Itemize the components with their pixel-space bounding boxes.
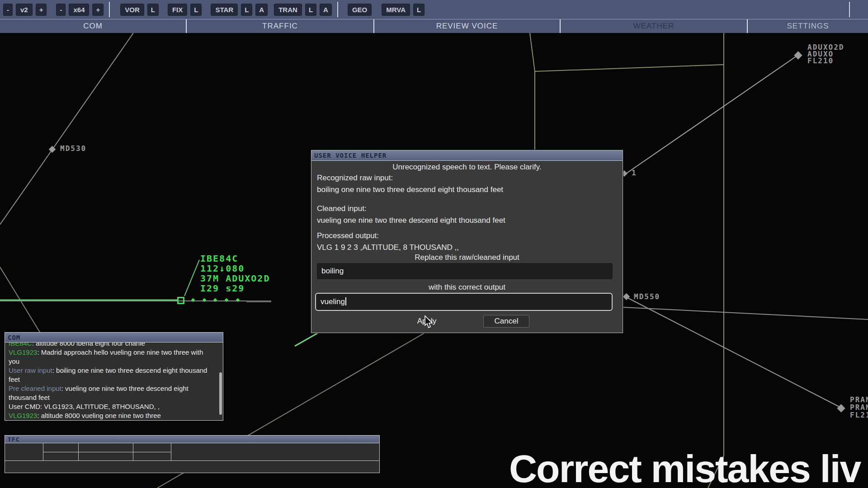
tfc-cell[interactable] (43, 452, 78, 461)
star-toggle[interactable]: STAR (211, 4, 238, 16)
tran-label-toggle[interactable]: L (305, 4, 316, 16)
tab-com[interactable]: COM (0, 19, 187, 33)
com-scrollbar[interactable] (219, 372, 222, 415)
tab-weather[interactable]: WEATHER (561, 19, 748, 33)
airway-line (623, 307, 868, 319)
tfc-footer-row[interactable] (5, 461, 379, 473)
vor-toggle[interactable]: VOR (120, 4, 144, 16)
airway-line (626, 55, 798, 174)
airway-line (0, 33, 133, 225)
tfc-cell[interactable] (5, 443, 43, 460)
message-callsign: IBE84C (9, 343, 32, 347)
aircraft-datablock[interactable]: IBE84C 112↓080 37M ADUXO2D I29 s29 (200, 253, 270, 293)
waypoint-procedure: PRAN (850, 396, 868, 404)
map-toolbar: - v2 + - x64 + VOR L FIX L STAR L A TRAN… (0, 0, 868, 19)
com-scroll-content: IBE84C: altitude 8000 iberia eight four … (9, 343, 216, 420)
aircraft-callsign: IBE84C (200, 253, 270, 263)
aircraft-leader-line (184, 260, 199, 296)
sector-boundary-line (530, 33, 724, 71)
correct-output-text: vueling (321, 297, 345, 306)
fix-label-toggle[interactable]: L (190, 4, 202, 16)
message-text: : Madrid approach hello vueling one nine… (9, 348, 203, 365)
correct-output-field[interactable]: vueling (315, 293, 613, 311)
replace-input-field[interactable] (317, 263, 613, 279)
zoom-scale-button[interactable]: x64 (69, 4, 89, 16)
dialog-prompt: Unrecognized speech to text. Please clar… (311, 163, 623, 172)
tfc-column (133, 443, 171, 460)
waypoint-label-pran: PRAN PRAN FL21 (850, 396, 868, 419)
zoom-decrement-button[interactable]: - (56, 4, 66, 16)
cleaned-input-value: vueling one nine two three descend eight… (317, 216, 505, 225)
airway-line (627, 297, 840, 407)
waypoint-level: FL21 (850, 411, 868, 419)
message-text: : altitude 8000 vueling one nine two thr… (37, 412, 161, 419)
tfc-table (5, 443, 379, 461)
video-caption: Correct mistakes liv (509, 446, 860, 488)
text-caret (345, 297, 346, 305)
aircraft-position-icon[interactable] (177, 297, 184, 304)
cleaned-input-label: Cleaned input: (317, 204, 367, 213)
tran-alt-toggle[interactable]: A (320, 4, 332, 16)
message-label: User CMD (9, 403, 40, 410)
tfc-cell[interactable] (171, 443, 379, 460)
zoom-increment-button[interactable]: + (92, 4, 104, 16)
dialog-body: Unrecognized speech to text. Please clar… (311, 161, 623, 333)
tfc-cell[interactable] (43, 443, 78, 452)
toolbar-separator (109, 2, 110, 17)
waypoint-level: FL210 (807, 57, 844, 64)
message-label: User raw input (9, 366, 52, 374)
waypoint-label-aduxo: ADUXO2D ADUXO FL210 (807, 44, 844, 64)
tfc-column (43, 443, 79, 460)
tfc-panel-title[interactable]: TFC (5, 436, 379, 443)
tfc-panel: TFC (5, 435, 380, 473)
tab-settings[interactable]: SETTINGS (748, 19, 868, 33)
main-tab-bar: COM TRAFFIC REVIEW VOICE WEATHER SETTING… (0, 19, 868, 33)
tab-traffic[interactable]: TRAFFIC (187, 19, 374, 33)
v2-increment-button[interactable]: + (36, 4, 47, 16)
recognized-raw-value: boiling one nine two three descend eight… (317, 185, 503, 194)
message-label: Pre cleaned input (9, 385, 61, 392)
correct-output-label: with this correct output (311, 283, 623, 292)
processed-output-label: Processed output: (317, 231, 379, 240)
com-message: User raw input: boiling one nine two thr… (9, 366, 216, 384)
vor-label-toggle[interactable]: L (147, 4, 159, 16)
replace-input-label: Replace this raw/cleaned input (311, 253, 623, 262)
com-panel: COM IBE84C: altitude 8000 iberia eight f… (5, 332, 223, 421)
tfc-cell[interactable] (79, 452, 133, 461)
com-message-list[interactable]: IBE84C: altitude 8000 iberia eight four … (5, 343, 223, 420)
fix-toggle[interactable]: FIX (168, 4, 187, 16)
toolbar-separator (849, 2, 850, 17)
tab-review-voice[interactable]: REVIEW VOICE (374, 19, 561, 33)
cancel-button[interactable]: Cancel (483, 315, 529, 328)
aircraft-speed: I29 s29 (200, 283, 270, 293)
v2-button[interactable]: v2 (16, 4, 33, 16)
processed-output-value: VLG 1 9 2 3 ,ALTITUDE, 8 THOUSAND ,, (317, 243, 459, 252)
geo-toggle[interactable]: GEO (348, 4, 372, 16)
toolbar-separator (337, 2, 338, 17)
com-panel-title[interactable]: COM (5, 333, 223, 343)
message-callsign: VLG1923 (9, 412, 37, 419)
tfc-column (79, 443, 133, 460)
star-alt-toggle[interactable]: A (255, 4, 268, 16)
com-message: IBE84C: altitude 8000 iberia eight four … (9, 343, 216, 348)
aircraft-altitude: 112↓080 (200, 263, 270, 273)
dialog-titlebar[interactable]: USER VOICE HELPER (311, 150, 623, 161)
com-message: VLG1923: Madrid approach hello vueling o… (9, 348, 216, 366)
com-message: User CMD: VLG1923, ALTITUDE, 8THOUSAND, … (9, 402, 216, 411)
waypoint-label-md530: MD530 (60, 145, 86, 152)
mrva-toggle[interactable]: MRVA (382, 4, 410, 16)
com-message: VLG1923: altitude 8000 vueling one nine … (9, 411, 216, 420)
mrva-label-toggle[interactable]: L (413, 4, 425, 16)
tran-toggle[interactable]: TRAN (274, 4, 302, 16)
user-voice-helper-dialog: USER VOICE HELPER Unrecognized speech to… (311, 150, 623, 333)
v2-decrement-button[interactable]: - (3, 4, 13, 16)
tfc-cell[interactable] (133, 443, 171, 452)
message-callsign: VLG1923 (9, 348, 37, 356)
star-label-toggle[interactable]: L (241, 4, 252, 16)
aircraft-next-waypoint: 37M ADUXO2D (200, 273, 270, 283)
tfc-cell[interactable] (79, 443, 133, 452)
com-message: Pre cleaned input: vueling one nine two … (9, 384, 216, 402)
message-text: : VLG1923, ALTITUDE, 8THOUSAND, , (40, 403, 160, 410)
waypoint-label-partial: 1 (632, 169, 637, 177)
tfc-cell[interactable] (133, 452, 171, 461)
